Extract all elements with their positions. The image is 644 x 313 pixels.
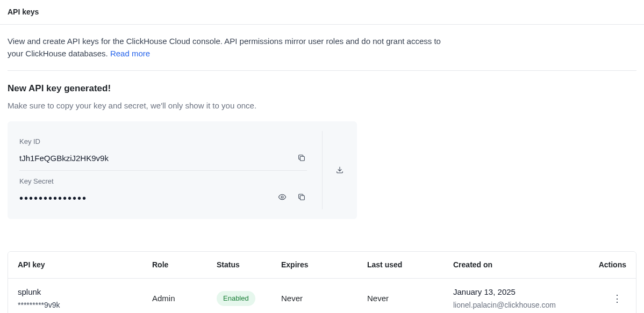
col-expires: Expires	[271, 252, 357, 279]
svg-point-1	[281, 196, 283, 198]
new-key-card: Key ID tJh1FeQGBkziJ2HK9v9k K	[8, 121, 357, 219]
key-secret-label: Key Secret	[19, 176, 307, 187]
svg-rect-0	[300, 156, 304, 161]
reveal-secret-button[interactable]	[277, 192, 288, 204]
row-actions-button[interactable]: ⋮	[608, 292, 626, 305]
api-key-last-used: Never	[357, 279, 443, 314]
copy-key-id-button[interactable]	[296, 152, 307, 165]
col-api-key: API key	[8, 252, 142, 279]
description-text: View and create API keys for the ClickHo…	[8, 37, 441, 58]
key-id-label: Key ID	[19, 136, 307, 147]
col-last-used: Last used	[357, 252, 443, 279]
api-key-expires: Never	[271, 279, 357, 314]
new-key-generated-title: New API key generated!	[8, 82, 636, 96]
col-actions: Actions	[588, 252, 636, 279]
col-created-on: Created on	[443, 252, 588, 279]
more-vertical-icon: ⋮	[612, 293, 622, 304]
api-key-masked: *********9v9k	[18, 300, 133, 311]
key-id-field: Key ID tJh1FeQGBkziJ2HK9v9k	[19, 131, 307, 170]
copy-icon	[297, 154, 306, 164]
api-key-role: Admin	[142, 279, 207, 314]
page-title: API keys	[8, 6, 636, 18]
col-role: Role	[142, 252, 207, 279]
divider	[8, 70, 636, 71]
table-row: splunk *********9v9k Admin Enabled Never…	[8, 279, 636, 314]
status-badge: Enabled	[217, 291, 255, 306]
col-status: Status	[207, 252, 271, 279]
read-more-link[interactable]: Read more	[110, 49, 150, 58]
key-secret-value: ••••••••••••••	[19, 193, 87, 203]
new-key-generated-subtitle: Make sure to copy your key and secret, w…	[8, 100, 636, 112]
key-secret-field: Key Secret ••••••••••••••	[19, 170, 307, 210]
eye-icon	[278, 193, 287, 203]
download-keys-button[interactable]	[334, 164, 345, 177]
copy-icon	[297, 193, 306, 203]
api-key-created-date: January 13, 2025	[453, 286, 578, 299]
api-key-created-by: lionel.palacin@clickhouse.com	[453, 300, 578, 311]
svg-rect-2	[300, 195, 304, 200]
page-description: View and create API keys for the ClickHo…	[8, 35, 448, 60]
copy-key-secret-button[interactable]	[296, 192, 307, 204]
download-icon	[335, 165, 344, 176]
api-keys-table: API key Role Status Expires Last used Cr…	[8, 251, 636, 313]
api-key-name: splunk	[18, 286, 133, 299]
key-id-value: tJh1FeQGBkziJ2HK9v9k	[19, 152, 109, 165]
